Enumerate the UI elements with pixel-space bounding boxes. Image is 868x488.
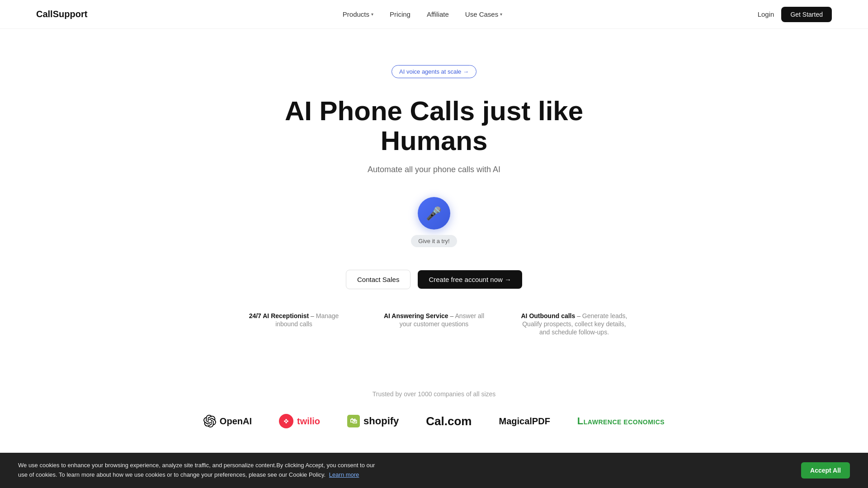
- login-button[interactable]: Login: [758, 10, 774, 18]
- logo-calcom: Cal.com: [426, 414, 472, 428]
- logo-twilio: twilio: [279, 414, 320, 428]
- svg-point-0: [285, 419, 287, 421]
- shopify-icon: 🛍: [347, 415, 360, 427]
- openai-icon: [203, 415, 216, 427]
- hero-section: AI voice agents at scale → AI Phone Call…: [0, 29, 868, 390]
- feature-receptionist: 24/7 AI Receptionist – Manage inbound ca…: [237, 312, 350, 328]
- calcom-label: Cal.com: [426, 414, 472, 428]
- trusted-label: Trusted by over 1000 companies of all si…: [36, 390, 832, 398]
- cookie-learn-more-link[interactable]: Learn more: [329, 471, 359, 478]
- logo-lawrence: LLAWRENCE ECONOMICS: [577, 415, 665, 427]
- nav-item-affiliate[interactable]: Affiliate: [427, 10, 449, 18]
- openai-label: OpenAI: [220, 416, 252, 427]
- magicalpdf-label: MagicalPDF: [499, 416, 550, 427]
- microphone-icon: 🎤: [426, 206, 442, 221]
- logo-openai: OpenAI: [203, 415, 252, 427]
- feature-title: 24/7 AI Receptionist – Manage inbound ca…: [249, 312, 339, 328]
- mic-label: Give it a try!: [411, 235, 457, 247]
- mic-button[interactable]: 🎤: [418, 197, 450, 230]
- shopify-label: shopify: [363, 415, 399, 427]
- hero-subtitle: Automate all your phone calls with AI: [368, 165, 500, 174]
- brand-logo[interactable]: CallSupport: [36, 9, 87, 19]
- lawrence-label: LLAWRENCE ECONOMICS: [577, 415, 665, 427]
- feature-outbound: AI Outbound calls – Generate leads, Qual…: [518, 312, 631, 336]
- nav-item-use-cases[interactable]: Use Cases ▾: [465, 10, 502, 18]
- features-row: 24/7 AI Receptionist – Manage inbound ca…: [237, 312, 631, 336]
- nav-item-products[interactable]: Products ▾: [343, 10, 373, 18]
- accept-all-button[interactable]: Accept All: [801, 462, 850, 479]
- trusted-section: Trusted by over 1000 companies of all si…: [0, 390, 868, 455]
- svg-point-3: [287, 420, 288, 422]
- logo-shopify: 🛍 shopify: [347, 415, 399, 427]
- twilio-icon: [279, 414, 293, 428]
- feature-answering: AI Answering Service – Answer all your c…: [377, 312, 491, 328]
- cookie-text: We use cookies to enhance your browsing …: [18, 461, 380, 480]
- mic-container: 🎤 Give it a try!: [411, 197, 457, 247]
- cta-row: Contact Sales Create free account now →: [346, 270, 522, 289]
- feature-title: AI Outbound calls – Generate leads, Qual…: [521, 312, 627, 336]
- svg-point-2: [284, 420, 286, 422]
- logo-magicalpdf: MagicalPDF: [499, 416, 550, 427]
- nav-item-pricing[interactable]: Pricing: [390, 10, 410, 18]
- hero-title: AI Phone Calls just like Humans: [253, 96, 615, 156]
- badge-label: AI voice agents at scale →: [399, 68, 469, 75]
- contact-sales-button[interactable]: Contact Sales: [346, 270, 410, 289]
- nav-actions: Login Get Started: [758, 7, 832, 22]
- create-account-button[interactable]: Create free account now →: [418, 270, 522, 289]
- twilio-label: twilio: [297, 416, 320, 427]
- nav-links: Products ▾ Pricing Affiliate Use Cases ▾: [343, 10, 502, 18]
- get-started-button[interactable]: Get Started: [781, 7, 832, 22]
- chevron-down-icon: ▾: [371, 12, 373, 17]
- svg-point-1: [285, 422, 287, 423]
- navbar: CallSupport Products ▾ Pricing Affiliate…: [0, 0, 868, 29]
- hero-badge[interactable]: AI voice agents at scale →: [392, 65, 476, 78]
- chevron-down-icon: ▾: [500, 12, 502, 17]
- logos-row: OpenAI twilio 🛍 shopify Cal.com: [36, 414, 832, 428]
- feature-title: AI Answering Service – Answer all your c…: [384, 312, 484, 328]
- cookie-banner: We use cookies to enhance your browsing …: [0, 453, 868, 488]
